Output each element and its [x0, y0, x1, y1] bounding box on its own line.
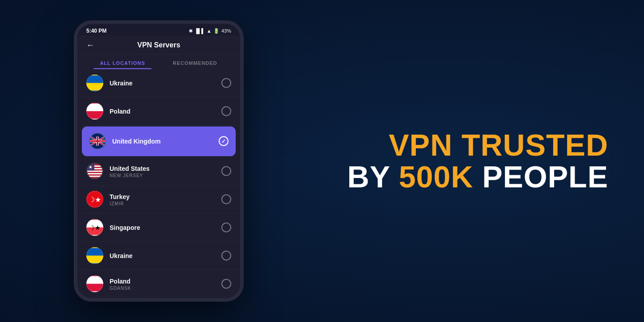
- server-sub: GDANSK: [110, 285, 221, 290]
- svg-rect-5: [87, 173, 102, 174]
- server-item-singapore[interactable]: ☽★ Singapore: [77, 214, 240, 242]
- tagline-line2: BY 500K People: [347, 161, 608, 193]
- radio-ukraine-2[interactable]: [221, 251, 231, 261]
- svg-rect-4: [87, 170, 102, 172]
- signal-icon: ▐▌▌: [195, 28, 205, 34]
- server-item-uk[interactable]: United Kingdom: [82, 127, 236, 157]
- server-name: Poland: [110, 108, 221, 115]
- screen-title: VPN Servers: [137, 41, 180, 49]
- battery-icon: 🔋: [213, 28, 220, 34]
- flag-poland-1: [86, 103, 103, 120]
- status-icons: ✱ ▐▌▌ ▲ 🔋 43%: [189, 28, 231, 34]
- server-name: United Kingdom: [112, 138, 219, 145]
- server-item-poland-2[interactable]: Poland GDANSK: [77, 270, 240, 298]
- flag-uk: [89, 133, 106, 150]
- flag-singapore: ☽★: [86, 219, 103, 236]
- server-name: United States: [110, 165, 221, 172]
- tagline-count: 500K: [399, 160, 474, 194]
- server-info-uk: United Kingdom: [112, 138, 219, 145]
- app-header: ← VPN Servers: [77, 36, 240, 55]
- flag-turkey: ☽★: [86, 191, 103, 208]
- radio-poland-2[interactable]: [221, 279, 231, 289]
- tagline-people: People: [473, 160, 608, 194]
- radio-poland-1[interactable]: [221, 106, 231, 116]
- server-info-turkey: Turkey IZMIR: [110, 193, 221, 206]
- server-name: Poland: [110, 277, 221, 284]
- tagline-section: VPN TRUSTED BY 500K People: [347, 129, 608, 193]
- tab-recommended[interactable]: RECOMMENDED: [159, 55, 231, 69]
- radio-singapore[interactable]: [221, 223, 231, 233]
- back-button[interactable]: ←: [86, 40, 94, 50]
- server-sub: IZMIR: [110, 201, 221, 206]
- server-info-us: United States NEW JERSEY: [110, 165, 221, 178]
- battery-percent: 43%: [221, 28, 231, 34]
- status-time: 5:40 PM: [86, 28, 106, 34]
- server-info-ukraine-2: Ukraine: [110, 252, 221, 259]
- wifi-icon: ▲: [207, 28, 212, 34]
- radio-us[interactable]: [221, 166, 231, 176]
- server-item-ukraine-1[interactable]: Ukraine: [77, 69, 240, 97]
- server-item-us[interactable]: ★ United States NEW JERSEY: [77, 157, 240, 186]
- server-name: Ukraine: [110, 80, 221, 87]
- server-name: Turkey: [110, 193, 221, 200]
- radio-turkey[interactable]: [221, 195, 231, 204]
- radio-ukraine-1[interactable]: [221, 78, 231, 88]
- svg-rect-6: [87, 176, 102, 177]
- server-name: Ukraine: [110, 252, 221, 259]
- flag-ukraine-1: [86, 75, 103, 92]
- server-info-poland-1: Poland: [110, 108, 221, 115]
- server-name: Singapore: [110, 224, 221, 231]
- bluetooth-icon: ✱: [189, 28, 193, 34]
- server-info-ukraine-1: Ukraine: [110, 80, 221, 87]
- phone-frame: 5:40 PM ✱ ▐▌▌ ▲ 🔋 43% ← VPN Servers ALL …: [74, 21, 244, 302]
- server-info-poland-2: Poland GDANSK: [110, 277, 221, 290]
- server-list: Ukraine Poland: [77, 69, 240, 298]
- server-info-singapore: Singapore: [110, 224, 221, 231]
- server-sub: NEW JERSEY: [110, 173, 221, 178]
- flag-us: ★: [86, 163, 103, 180]
- phone-notch: [132, 24, 186, 34]
- radio-uk[interactable]: [219, 136, 229, 146]
- flag-ukraine-2: [86, 247, 103, 264]
- server-item-turkey[interactable]: ☽★ Turkey IZMIR: [77, 186, 240, 214]
- flag-poland-2: [86, 275, 103, 292]
- server-item-ukraine-2[interactable]: Ukraine: [77, 242, 240, 270]
- phone-mockup: 5:40 PM ✱ ▐▌▌ ▲ 🔋 43% ← VPN Servers ALL …: [74, 21, 253, 302]
- tagline-line1: VPN TRUSTED: [347, 129, 608, 161]
- server-item-poland-1[interactable]: Poland: [77, 97, 240, 126]
- tab-bar: ALL LOCATIONS RECOMMENDED: [77, 55, 240, 69]
- tagline-by: BY: [347, 160, 399, 194]
- tab-all-locations[interactable]: ALL LOCATIONS: [86, 55, 159, 69]
- svg-text:★: ★: [89, 165, 93, 169]
